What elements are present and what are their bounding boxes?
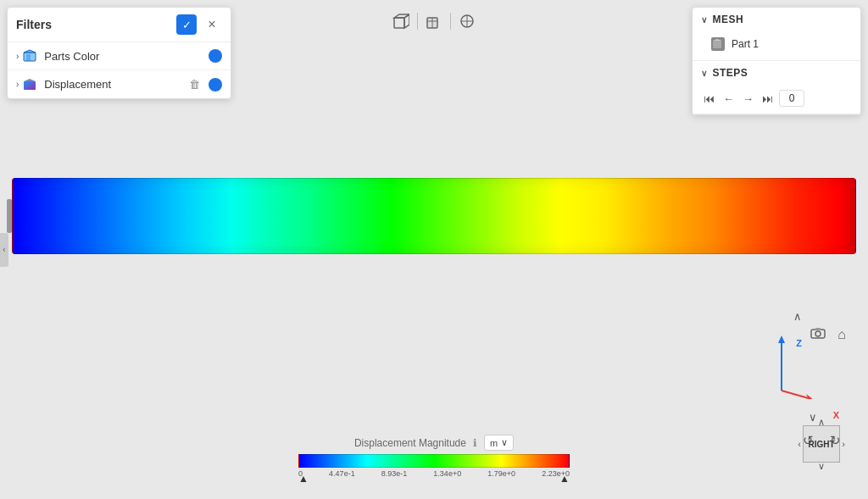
steps-section: ∨ STEPS ⏮ ← → ⏭ 0 bbox=[693, 61, 860, 114]
toolbar-sep-2 bbox=[450, 13, 451, 30]
legend-unit-dropdown[interactable]: m ∨ bbox=[484, 435, 514, 451]
filters-confirm-button[interactable]: ✓ bbox=[176, 14, 197, 35]
toolbar-view-icon[interactable] bbox=[458, 12, 476, 30]
part-icon bbox=[711, 37, 725, 51]
steps-section-label: STEPS bbox=[713, 67, 748, 79]
tick-4: 1.79e+0 bbox=[487, 469, 515, 478]
close-icon: × bbox=[208, 17, 215, 32]
svg-marker-4 bbox=[24, 79, 36, 81]
tick-2: 8.93e-1 bbox=[381, 469, 408, 478]
svg-rect-14 bbox=[713, 41, 721, 48]
toolbar-center bbox=[392, 12, 476, 30]
expand-displacement-icon[interactable]: › bbox=[16, 80, 19, 89]
displacement-delete-button[interactable]: 🗑 bbox=[186, 76, 203, 92]
steps-controls: ⏮ ← → ⏭ 0 bbox=[693, 85, 860, 114]
nav-cube-container: Z X ∧ ∨ ‹ › RIGHT ∧ bbox=[792, 414, 851, 474]
part1-label: Part 1 bbox=[732, 38, 759, 50]
svg-rect-3 bbox=[24, 81, 36, 90]
legend-unit: m bbox=[490, 438, 498, 448]
displacement-label: Displacement bbox=[44, 78, 186, 91]
filters-title: Filters bbox=[16, 18, 52, 31]
axis-lines-svg bbox=[765, 331, 815, 399]
toolbar-sep-1 bbox=[417, 13, 418, 30]
x-axis-label: X bbox=[833, 410, 839, 420]
mesh-section-label: MESH bbox=[713, 14, 744, 25]
legend-dropdown-arrow: ∨ bbox=[501, 437, 508, 448]
parts-color-toggle[interactable] bbox=[209, 49, 222, 63]
parts-color-label: Parts Color bbox=[44, 50, 209, 63]
displacement-actions: 🗑 bbox=[186, 76, 222, 92]
mesh-section: ∨ MESH Part 1 bbox=[693, 8, 860, 61]
step-prev-button[interactable]: ← bbox=[721, 91, 737, 107]
step-next-button[interactable]: → bbox=[740, 91, 756, 107]
toolbar-mesh-icon[interactable] bbox=[425, 12, 443, 30]
parts-color-icon bbox=[22, 48, 37, 64]
legend-ticks: 0 4.47e-1 8.93e-1 1.34e+0 1.79e+0 2.23e+… bbox=[298, 469, 570, 478]
rotate-cw-button[interactable]: ↻ bbox=[826, 431, 844, 450]
filter-row-displacement: › Displacement 🗑 bbox=[8, 70, 231, 98]
right-panel: ∨ MESH Part 1 ∨ STEPS bbox=[692, 7, 861, 115]
legend-bar bbox=[298, 454, 570, 468]
step-first-button[interactable]: ⏮ bbox=[701, 91, 717, 107]
beam-handle-left[interactable] bbox=[7, 199, 12, 233]
legend-container: Displacement Magnitude ℹ m ∨ 0 4.47e-1 8… bbox=[298, 435, 570, 478]
mesh-chevron-icon: ∨ bbox=[701, 15, 708, 25]
expand-parts-color-icon[interactable]: › bbox=[16, 52, 19, 61]
svg-marker-17 bbox=[778, 335, 785, 343]
collapse-handle[interactable]: ‹ bbox=[0, 233, 8, 267]
filters-panel: Filters ✓ × › Parts Color bbox=[7, 7, 231, 99]
legend-min-arrow: ▲ bbox=[298, 473, 309, 485]
view-up-button[interactable]: ∧ bbox=[793, 310, 802, 323]
legend-max-arrow: ▲ bbox=[559, 473, 570, 485]
filters-close-button[interactable]: × bbox=[202, 14, 222, 35]
svg-rect-22 bbox=[815, 328, 821, 330]
svg-marker-1 bbox=[24, 50, 36, 53]
view-down-button[interactable]: ∨ bbox=[809, 411, 817, 424]
check-icon: ✓ bbox=[182, 19, 192, 31]
svg-point-21 bbox=[815, 331, 821, 336]
home-button[interactable]: ⌂ bbox=[837, 327, 846, 342]
mesh-section-header[interactable]: ∨ MESH bbox=[693, 8, 860, 31]
filter-row-parts-color: › Parts Color bbox=[8, 42, 231, 70]
tick-3: 1.34e+0 bbox=[433, 469, 461, 478]
mesh-item-part1[interactable]: Part 1 bbox=[711, 35, 852, 53]
filters-header-actions: ✓ × bbox=[176, 14, 222, 35]
toolbar-cube-icon[interactable] bbox=[392, 12, 410, 30]
steps-section-header[interactable]: ∨ STEPS bbox=[693, 61, 860, 85]
step-value: 0 bbox=[779, 90, 804, 107]
legend-bar-wrapper: 0 4.47e-1 8.93e-1 1.34e+0 1.79e+0 2.23e+… bbox=[298, 454, 570, 478]
tick-1: 4.47e-1 bbox=[329, 469, 355, 478]
legend-header: Displacement Magnitude ℹ m ∨ bbox=[354, 435, 514, 451]
viewport: ‹ Filters ✓ × › Par bbox=[0, 0, 868, 499]
beam-container bbox=[12, 178, 856, 254]
displacement-icon bbox=[22, 77, 37, 92]
svg-rect-2 bbox=[26, 54, 31, 61]
camera-button[interactable] bbox=[810, 327, 826, 341]
step-last-button[interactable]: ⏭ bbox=[760, 91, 776, 107]
svg-marker-7 bbox=[404, 14, 409, 28]
rotate-ccw-button[interactable]: ↺ bbox=[798, 431, 817, 450]
filters-header: Filters ✓ × bbox=[8, 8, 231, 42]
mesh-section-content: Part 1 bbox=[693, 31, 860, 60]
displacement-toggle[interactable] bbox=[209, 78, 222, 91]
svg-rect-5 bbox=[394, 18, 404, 28]
legend-info-icon[interactable]: ℹ bbox=[473, 437, 477, 449]
legend-label: Displacement Magnitude bbox=[354, 437, 466, 449]
svg-marker-15 bbox=[713, 39, 722, 41]
parts-color-actions bbox=[209, 49, 222, 63]
steps-chevron-icon: ∨ bbox=[701, 69, 708, 78]
beam-visualization bbox=[12, 178, 856, 254]
